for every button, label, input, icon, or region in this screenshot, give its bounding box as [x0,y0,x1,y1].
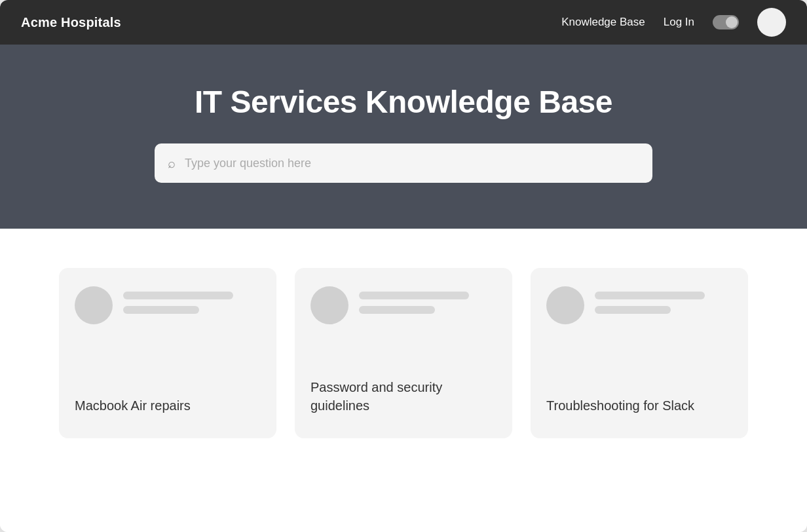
search-input[interactable] [185,157,639,170]
card-header-2 [310,286,497,324]
main-content: Macbook Air repairs Password and securit… [0,229,807,532]
card-lines-3 [595,286,732,314]
card-line-short-3 [595,306,671,314]
card-line-short-2 [359,306,435,314]
card-avatar-1 [75,286,113,324]
card-title-macbook: Macbook Air repairs [75,396,261,415]
card-line-long-3 [595,292,705,299]
cards-grid: Macbook Air repairs Password and securit… [59,268,748,438]
navbar: Acme Hospitals Knowledge Base Log In [0,0,807,45]
card-line-short-1 [123,306,199,314]
card-header-3 [546,286,732,324]
card-line-long-1 [123,292,233,299]
card-macbook-air-repairs[interactable]: Macbook Air repairs [59,268,276,438]
nav-link-log-in[interactable]: Log In [664,16,694,29]
search-bar: ⌕ [155,143,652,183]
user-avatar[interactable] [757,8,786,37]
card-lines-2 [359,286,497,314]
brand-logo: Acme Hospitals [21,15,121,30]
dark-mode-toggle[interactable] [713,15,739,29]
browser-window: Acme Hospitals Knowledge Base Log In IT … [0,0,807,532]
card-avatar-2 [310,286,348,324]
card-troubleshooting-slack[interactable]: Troubleshooting for Slack [531,268,748,438]
navbar-right: Knowledge Base Log In [561,8,786,37]
card-header-1 [75,286,261,324]
card-lines-1 [123,286,261,314]
card-password-security[interactable]: Password and security guidelines [295,268,512,438]
hero-title: IT Services Knowledge Base [195,84,612,120]
card-line-long-2 [359,292,469,299]
card-avatar-3 [546,286,584,324]
nav-link-knowledge-base[interactable]: Knowledge Base [561,16,645,29]
card-title-password: Password and security guidelines [310,378,497,415]
card-title-slack: Troubleshooting for Slack [546,396,732,415]
dark-mode-toggle-wrapper [713,15,739,29]
search-icon: ⌕ [168,157,176,170]
hero-section: IT Services Knowledge Base ⌕ [0,45,807,229]
